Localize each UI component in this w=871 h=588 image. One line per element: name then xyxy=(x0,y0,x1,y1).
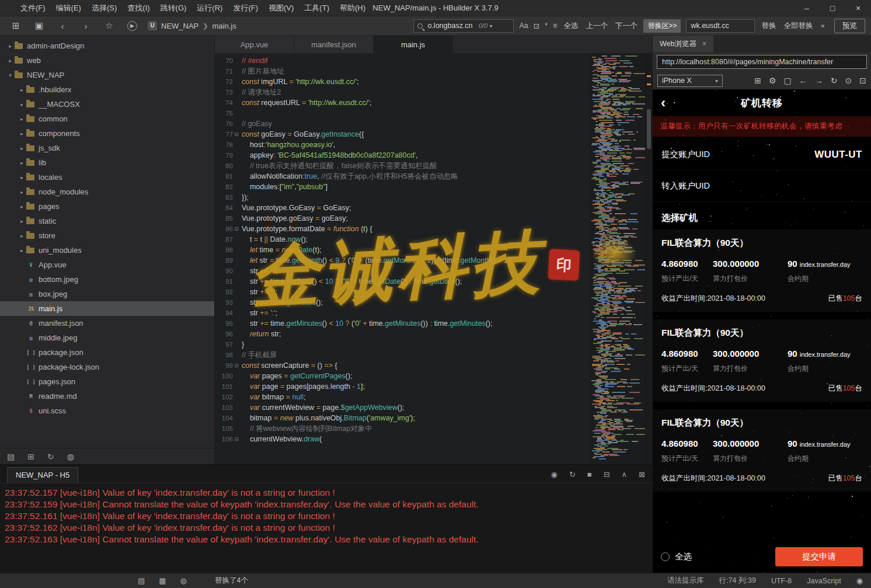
chevron-right-icon[interactable]: ▸ xyxy=(18,116,26,122)
statusbar-item[interactable]: JavaScript xyxy=(807,577,841,585)
code-line[interactable]: 85Vue.prototype.goEasy = goEasy; xyxy=(215,213,590,224)
tree-file[interactable]: ▨box.jpeg xyxy=(0,287,214,301)
tree-folder[interactable]: ▸static xyxy=(0,214,214,228)
chevron-right-icon[interactable]: ▸ xyxy=(6,43,15,49)
replace-all-button[interactable]: 全部替换 xyxy=(782,20,814,32)
tree-folder[interactable]: ▸js_sdk xyxy=(0,141,214,155)
code-line[interactable]: 86⊟Vue.prototype.formatDate = function (… xyxy=(215,224,590,234)
tree-file[interactable]: [ ]pages.json xyxy=(0,374,214,389)
preview-button[interactable]: 预览 xyxy=(834,19,865,33)
chevron-down-icon[interactable]: ▾ xyxy=(489,23,492,29)
code-line[interactable]: 106⊟ currentWebview.draw( xyxy=(215,434,590,444)
code-line[interactable]: 83}); xyxy=(215,192,590,203)
refresh-icon[interactable]: ↻ xyxy=(831,76,838,85)
code-line[interactable]: 70// #endif xyxy=(215,55,590,66)
project-files-icon[interactable]: ▤ xyxy=(7,452,15,461)
code-line[interactable]: 96 return str; xyxy=(215,329,590,339)
menu-item[interactable]: 发行(F) xyxy=(228,0,263,16)
stop-icon[interactable]: ■ xyxy=(587,470,592,479)
statusbar-item[interactable]: UTF-8 xyxy=(771,577,792,585)
statusbar-item[interactable]: 行:74 列:39 xyxy=(719,576,756,586)
menu-item[interactable]: 文件(F) xyxy=(15,0,51,16)
search-input[interactable] xyxy=(426,21,476,30)
collapse-icon[interactable]: ∧ xyxy=(622,470,628,479)
prev-match-button[interactable]: 上一个 xyxy=(584,20,609,32)
code-area[interactable]: 70// #endif71// 图片基地址72const imgURL = 'h… xyxy=(215,53,590,464)
tree-folder[interactable]: ▸uni_modules xyxy=(0,243,214,258)
chevron-right-icon[interactable]: ▸ xyxy=(18,204,26,210)
chevron-down-icon[interactable]: ▾ xyxy=(6,72,15,78)
statusbar-item[interactable]: 语法提示库 xyxy=(667,576,704,586)
code-line[interactable]: 88 let time = new Date(t); xyxy=(215,245,590,255)
code-line[interactable]: 77⊟const goEasy = GoEasy.getInstance({ xyxy=(215,129,590,140)
tree-folder[interactable]: ▸locales xyxy=(0,170,214,185)
maximize-button[interactable]: □ xyxy=(820,0,845,16)
breadcrumb-project[interactable]: NEW_NAP xyxy=(161,22,198,30)
menu-item[interactable]: 工具(T) xyxy=(299,0,335,16)
tree-folder[interactable]: ▸pages xyxy=(0,199,214,214)
code-line[interactable]: 79 appkey: 'BC-5af4541af51948bdb0c0a8f22… xyxy=(215,150,590,161)
qrcode-icon[interactable]: ⊡ xyxy=(859,76,866,85)
minimize-button[interactable]: – xyxy=(794,0,820,16)
code-line[interactable]: 76// goEasy xyxy=(215,119,590,129)
code-line[interactable]: 78 host:'hangzhou.goeasy.io', xyxy=(215,140,590,150)
code-line[interactable]: 73// 请求地址2 xyxy=(215,87,590,98)
chevron-right-icon[interactable]: ▸ xyxy=(18,189,26,195)
back-icon[interactable]: ‹ xyxy=(57,21,68,31)
tree-folder[interactable]: ▸web xyxy=(0,53,214,68)
sync-icon[interactable]: ↻ xyxy=(47,452,54,461)
code-line[interactable]: 90 str += '-'; xyxy=(215,266,590,276)
lock-icon[interactable]: ⊙ xyxy=(845,76,852,85)
code-line[interactable]: 89 let str = time.getMonth() < 9 ? ('0' … xyxy=(215,255,590,266)
breadcrumb-file[interactable]: main.js xyxy=(212,22,236,30)
replace-button[interactable]: 替换 xyxy=(760,20,777,32)
editor-scrollbar[interactable] xyxy=(645,53,652,464)
code-line[interactable]: 92 str += ' '; xyxy=(215,287,590,297)
chevron-right-icon[interactable]: ▸ xyxy=(18,131,26,137)
replace-zone-button[interactable]: 替换区>> xyxy=(643,19,681,33)
code-line[interactable]: 98// 手机截屏 xyxy=(215,350,590,360)
chevron-right-icon[interactable]: ▸ xyxy=(18,175,26,180)
whole-word-toggle[interactable]: ⊡ xyxy=(534,22,539,30)
tree-file[interactable]: @manifest.json xyxy=(0,316,214,330)
tree-folder[interactable]: ▸.hbuilderx xyxy=(0,82,214,97)
code-line[interactable]: 99⊟const screenCapture = () => { xyxy=(215,360,590,371)
code-line[interactable]: 84Vue.prototype.GoEasy = GoEasy; xyxy=(215,203,590,213)
run-icon[interactable]: ▶ xyxy=(127,21,137,31)
tree-folder[interactable]: ▸store xyxy=(0,228,214,243)
select-all-button[interactable]: 全选 xyxy=(562,20,579,32)
favorite-icon[interactable]: ☆ xyxy=(104,20,114,31)
regex-toggle[interactable]: * xyxy=(545,22,548,30)
restart-icon[interactable]: ↻ xyxy=(569,470,576,479)
console-tab[interactable]: NEW_NAP - H5 xyxy=(7,467,78,483)
code-line[interactable]: 91 str += time.getDate() < 10 ? ('0' + t… xyxy=(215,276,590,287)
tree-file[interactable]: [ ]package-lock.json xyxy=(0,360,214,374)
code-line[interactable]: 81 allowNotification:true, //仅有效于app,小程序… xyxy=(215,171,590,182)
menu-item[interactable]: 视图(V) xyxy=(263,0,299,16)
uid-field-row[interactable]: 提交账户UIDWUUT-UT xyxy=(653,139,871,171)
nav-forward-icon[interactable]: → xyxy=(815,76,823,85)
code-line[interactable]: 72const imgURL = 'http://wk.eusdt.cc/'; xyxy=(215,76,590,87)
submit-button[interactable]: 提交申请 xyxy=(775,547,863,566)
export-icon[interactable]: ⊟ xyxy=(604,470,610,479)
editor-tab-main-js[interactable]: main.js xyxy=(374,36,453,53)
page-back-icon[interactable]: ‹ xyxy=(661,96,666,110)
tree-folder[interactable]: ▸lib xyxy=(0,155,214,170)
menu-item[interactable]: 跳转(G) xyxy=(155,0,192,16)
tree-file[interactable]: Suni.scss xyxy=(0,403,214,418)
menu-item[interactable]: 运行(R) xyxy=(191,0,228,16)
code-line[interactable]: 93 str += time.getHours(); xyxy=(215,297,590,308)
code-line[interactable]: 97} xyxy=(215,339,590,350)
tree-folder[interactable]: ▾NEW_NAP xyxy=(0,68,214,82)
code-line[interactable]: 75 xyxy=(215,108,590,119)
console-output[interactable]: 23:37:52.157 [vue-i18n] Value of key 'in… xyxy=(0,483,652,573)
code-line[interactable]: 87 t = t || Date.now(); xyxy=(215,234,590,245)
code-line[interactable]: 82 modules:["im","pubsub"] xyxy=(215,182,590,192)
code-line[interactable]: 80 // true表示支持通知栏提醒，false则表示不需要通知栏提醒 xyxy=(215,161,590,171)
chevron-right-icon[interactable]: ▸ xyxy=(18,248,26,253)
code-line[interactable]: 101 var page = pages[pages.length - 1]; xyxy=(215,381,590,392)
close-find-icon[interactable]: × xyxy=(820,22,825,30)
close-button[interactable]: × xyxy=(845,0,871,16)
save-icon[interactable]: ▣ xyxy=(34,20,44,31)
browser-view-icon[interactable]: ◍ xyxy=(67,452,74,461)
